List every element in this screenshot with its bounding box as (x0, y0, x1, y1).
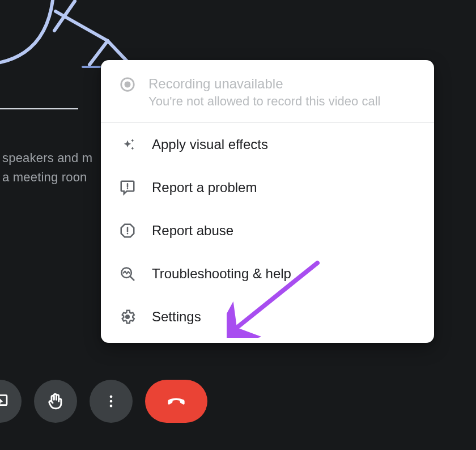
raise-hand-button[interactable] (34, 380, 77, 423)
menu-item-label: Report a problem (139, 180, 257, 196)
menu-item-label: Apply visual effects (139, 137, 268, 152)
background-text: speakers and m a meeting roon (0, 148, 92, 187)
menu-item-label: Report abuse (139, 223, 233, 239)
sparkle-icon (116, 136, 139, 153)
call-toolbar (0, 380, 207, 423)
more-options-button[interactable] (90, 380, 133, 423)
menu-item-report-abuse[interactable]: Report abuse (101, 209, 434, 252)
menu-item-settings[interactable]: Settings (101, 295, 434, 338)
report-abuse-icon (116, 222, 139, 239)
bg-text-line: speakers and m (0, 148, 92, 168)
menu-item-report-problem[interactable]: Report a problem (101, 166, 434, 209)
svg-point-17 (110, 400, 113, 403)
record-icon (116, 76, 139, 93)
svg-line-11 (130, 277, 134, 280)
svg-point-9 (127, 233, 129, 235)
present-icon (0, 392, 9, 410)
menu-item-troubleshoot[interactable]: Troubleshooting & help (101, 252, 434, 295)
troubleshoot-icon (116, 265, 139, 282)
svg-point-16 (110, 396, 113, 398)
menu-item-visual-effects[interactable]: Apply visual effects (101, 123, 434, 166)
svg-point-12 (125, 315, 130, 319)
menu-item-label: Troubleshooting & help (139, 266, 291, 282)
svg-point-4 (125, 82, 131, 88)
feedback-icon (116, 179, 139, 196)
end-call-button[interactable] (145, 380, 207, 423)
meeting-screen: speakers and m a meeting roon Recording … (0, 0, 476, 450)
menu-item-label: Settings (139, 309, 201, 325)
recording-title: Recording unavailable (148, 76, 380, 92)
hand-icon (46, 392, 65, 411)
gear-icon (116, 308, 139, 325)
present-button[interactable] (0, 380, 22, 423)
more-options-menu: Recording unavailable You're not allowed… (101, 60, 434, 343)
bg-text-line: a meeting roon (0, 168, 92, 187)
svg-point-18 (110, 405, 113, 407)
svg-point-6 (127, 188, 129, 190)
menu-item-recording-disabled: Recording unavailable You're not allowed… (101, 60, 434, 122)
hangup-icon (164, 389, 189, 414)
recording-subtitle: You're not allowed to record this video … (148, 93, 380, 110)
more-vert-icon (103, 393, 119, 409)
